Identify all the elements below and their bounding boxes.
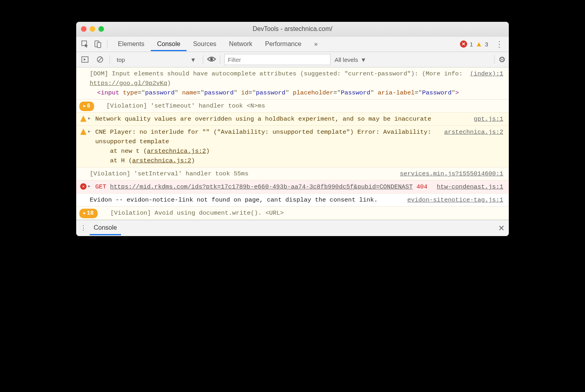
warning-icon xyxy=(80,115,87,122)
error-icon: ✕ xyxy=(80,183,87,190)
log-message: [Violation] 'setInterval' handler took 5… xyxy=(90,169,395,179)
separator xyxy=(220,55,220,64)
repeat-count-badge[interactable]: 6 xyxy=(79,102,94,111)
window-title: DevTools - arstechnica.com/ xyxy=(76,25,509,33)
zoom-window-icon[interactable] xyxy=(98,26,104,32)
log-message: Network quality values are overridden us… xyxy=(95,114,469,124)
settings-menu-icon[interactable]: ⋮ xyxy=(493,39,506,49)
tab-console[interactable]: Console xyxy=(151,37,187,51)
log-level-label: All levels xyxy=(335,56,358,63)
separator xyxy=(107,40,108,48)
log-row[interactable]: [DOM] Input elements should have autocom… xyxy=(76,67,509,100)
log-row[interactable]: ▶ CNE Player: no interlude for "" ("Avai… xyxy=(76,126,509,167)
chevron-down-icon: ▼ xyxy=(360,56,366,63)
repeat-count-badge[interactable]: 18 xyxy=(79,209,98,218)
more-tabs-button[interactable]: » xyxy=(308,37,324,51)
drawer-menu-icon[interactable]: ⋮ xyxy=(80,227,87,229)
source-link[interactable]: arstechnica.js:2 xyxy=(132,157,191,164)
svg-rect-2 xyxy=(97,42,101,48)
source-link[interactable]: arstechnica.js:2 xyxy=(444,127,503,165)
clear-console-icon[interactable] xyxy=(94,54,106,65)
error-count-icon: ✕ xyxy=(460,40,467,48)
tab-elements[interactable]: Elements xyxy=(112,37,151,51)
log-message: GET https://mid.rkdms.com/ids?ptk=17c178… xyxy=(95,182,503,192)
separator xyxy=(110,55,110,64)
device-toolbar-icon[interactable] xyxy=(92,38,103,50)
source-link[interactable]: services.min.js?1555014600:1 xyxy=(400,169,503,179)
error-count: 1 xyxy=(470,41,473,48)
drawer-tab-console[interactable]: Console xyxy=(90,221,121,235)
source-link[interactable]: gpt.js:1 xyxy=(474,114,503,124)
filter-input[interactable] xyxy=(224,54,331,65)
console-settings-icon[interactable]: ⚙ xyxy=(498,55,506,64)
separator xyxy=(494,55,495,64)
log-row[interactable]: ▶ Network quality values are overridden … xyxy=(76,113,509,126)
source-link[interactable]: arstechnica.js:2 xyxy=(147,148,206,155)
warning-count-icon: ▲ xyxy=(475,40,483,48)
expand-icon[interactable]: ▶ xyxy=(88,183,90,190)
panel-tabs: Elements Console Sources Network Perform… xyxy=(112,37,324,51)
separator xyxy=(203,55,203,64)
log-row[interactable]: ✕ ▶ GET https://mid.rkdms.com/ids?ptk=17… xyxy=(76,181,509,194)
doc-link[interactable]: https://goo.gl/9p2vKq xyxy=(90,80,167,87)
context-value: top xyxy=(117,56,125,63)
warning-icon xyxy=(80,129,87,135)
console-toolbar: top ▼ All levels ▼ ⚙ xyxy=(76,52,509,67)
svg-point-6 xyxy=(210,58,213,60)
tab-performance[interactable]: Performance xyxy=(259,37,308,51)
log-message: [Violation] 'setTimeout' handler took <N… xyxy=(106,101,503,111)
minimize-window-icon[interactable] xyxy=(90,26,95,32)
source-link[interactable]: htw-condenast.js:1 xyxy=(437,182,503,192)
main-tabbar: Elements Console Sources Network Perform… xyxy=(76,37,509,52)
drawer: ⋮ Console ✕ xyxy=(76,220,509,236)
close-window-icon[interactable] xyxy=(81,26,87,32)
inspect-element-icon[interactable] xyxy=(79,38,90,50)
devtools-window: DevTools - arstechnica.com/ Elements Con… xyxy=(76,22,509,236)
chevron-down-icon: ▼ xyxy=(190,56,196,63)
log-message: [Violation] Avoid using document.write()… xyxy=(110,208,503,218)
source-link[interactable]: (index):1 xyxy=(470,69,503,98)
expand-icon[interactable]: ▶ xyxy=(88,129,90,135)
warning-count: 3 xyxy=(485,41,488,48)
traffic-lights xyxy=(81,26,104,32)
console-messages: [DOM] Input elements should have autocom… xyxy=(76,67,509,220)
log-row[interactable]: 18 [Violation] Avoid using document.writ… xyxy=(76,207,509,220)
svg-line-5 xyxy=(98,58,102,61)
log-level-selector[interactable]: All levels ▼ xyxy=(335,56,366,63)
tab-sources[interactable]: Sources xyxy=(187,37,223,51)
close-drawer-icon[interactable]: ✕ xyxy=(498,223,505,233)
source-link[interactable]: evidon-sitenotice-tag.js:1 xyxy=(407,195,503,205)
tab-network[interactable]: Network xyxy=(223,37,259,51)
titlebar[interactable]: DevTools - arstechnica.com/ xyxy=(76,22,509,37)
context-selector[interactable]: top ▼ xyxy=(114,55,199,64)
url-link[interactable]: https://mid.rkdms.com/ids?ptk=17c1789b-e… xyxy=(110,183,413,190)
toggle-sidebar-icon[interactable] xyxy=(79,54,90,65)
log-row[interactable]: Evidon -- evidon-notice-link not found o… xyxy=(76,194,509,207)
log-row[interactable]: 6 [Violation] 'setTimeout' handler took … xyxy=(76,100,509,113)
log-row[interactable]: [Violation] 'setInterval' handler took 5… xyxy=(76,167,509,181)
expand-icon[interactable]: ▶ xyxy=(88,115,90,122)
live-expression-icon[interactable] xyxy=(207,55,216,64)
log-message: [DOM] Input elements should have autocom… xyxy=(90,69,465,98)
issue-counts[interactable]: ✕ 1 ▲ 3 xyxy=(460,40,488,48)
log-message: CNE Player: no interlude for "" ("Availa… xyxy=(95,127,439,165)
log-message: Evidon -- evidon-notice-link not found o… xyxy=(90,195,402,205)
